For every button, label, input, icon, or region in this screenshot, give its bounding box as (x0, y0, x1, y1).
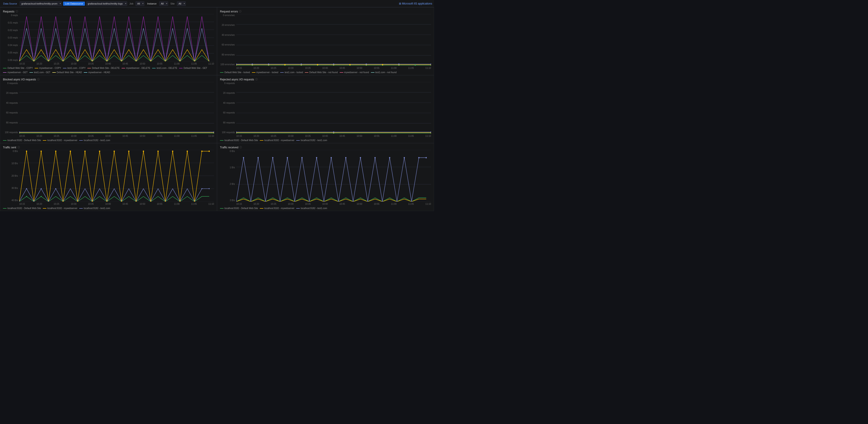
svg-point-126 (272, 157, 273, 158)
traffic-received-svg (236, 150, 431, 202)
svg-point-42 (333, 63, 334, 65)
svg-point-108 (41, 196, 42, 197)
requests-x-axis: 10:15 10:20 10:25 10:30 10:35 10:40 10:4… (19, 61, 214, 66)
svg-point-101 (187, 151, 188, 152)
traffic-sent-chart-svg-container (19, 150, 214, 202)
traffic-sent-y-axis: 40 B/s 30 B/s 20 B/s 10 B/s 0 B/s (3, 150, 19, 202)
blocked-async-svg (19, 82, 214, 134)
rejected-async-legend: localhost:9182 - Default Web Site localh… (220, 138, 431, 142)
panel-request-errors-chart: 100 errors/sec 80 errors/sec 60 errors/s… (220, 14, 431, 70)
rejected-async-y-axis: 100 requests 80 requests 60 requests 40 … (220, 82, 236, 134)
panel-blocked-async-chart: 100 requests 80 requests 60 requests 40 … (3, 82, 214, 138)
svg-point-97 (157, 151, 159, 152)
panel-rejected-async: Rejected async I/O requests ⓘ 100 reques… (217, 75, 434, 143)
svg-point-104 (209, 151, 210, 152)
svg-point-29 (284, 64, 285, 65)
rejected-async-chart-svg-container (236, 82, 431, 134)
traffic-sent-legend: localhost:9182 - Default Web Site localh… (3, 206, 214, 209)
instance-label: Instance (146, 2, 158, 6)
svg-point-87 (84, 151, 86, 152)
svg-point-116 (209, 188, 210, 189)
svg-point-140 (374, 157, 376, 158)
panel-blocked-async-header: Blocked async I/O requests ⓘ (3, 78, 214, 81)
panel-traffic-received-title: Traffic received (220, 146, 238, 149)
svg-point-130 (301, 157, 303, 158)
panel-traffic-sent-info-icon[interactable]: ⓘ (18, 146, 20, 149)
site-label: Site (169, 2, 176, 6)
svg-point-138 (360, 157, 361, 158)
panel-blocked-async-title: Blocked async I/O requests (3, 78, 36, 81)
request-errors-y-axis: 100 errors/sec 80 errors/sec 60 errors/s… (220, 14, 236, 66)
svg-point-147 (426, 157, 427, 158)
panel-requests-title: Requests (3, 10, 14, 13)
loki-select[interactable]: grafanacloud-keithschmitty-logs (86, 1, 127, 6)
svg-point-83 (55, 151, 56, 152)
top-bar: Data Source grafanacloud-keithschmitty-p… (0, 0, 434, 7)
svg-point-134 (331, 157, 332, 158)
rejected-async-svg (236, 82, 431, 134)
panel-traffic-sent-title: Traffic sent (3, 146, 16, 149)
panel-rejected-async-header: Rejected async I/O requests ⓘ (220, 78, 431, 81)
svg-point-71 (333, 131, 334, 133)
svg-point-115 (202, 188, 202, 189)
svg-point-99 (172, 151, 173, 152)
request-errors-x-axis: 10:15 10:20 10:25 10:30 10:35 10:40 10:4… (236, 66, 431, 70)
requests-y-axis: 0.06 req/s 0.05 req/s 0.04 req/s 0.03 re… (3, 14, 19, 61)
panel-traffic-received-info-icon[interactable]: ⓘ (239, 146, 242, 149)
panel-request-errors: Request errors ⓘ 100 errors/sec 80 error… (217, 7, 434, 75)
datasource-select[interactable]: grafanacloud-keithschmitty-prom (20, 1, 62, 6)
svg-point-33 (349, 64, 350, 65)
panel-traffic-sent-header: Traffic sent ⓘ (3, 146, 214, 149)
instance-select[interactable]: All (159, 1, 168, 6)
request-errors-legend: Default Web Site - locked mywebserver - … (220, 70, 431, 74)
panel-blocked-async-info-icon[interactable]: ⓘ (37, 78, 40, 81)
svg-point-93 (128, 151, 129, 152)
svg-point-112 (41, 188, 42, 189)
traffic-received-chart-svg-container (236, 150, 431, 202)
panel-request-errors-info-icon[interactable]: ⓘ (239, 10, 242, 13)
panel-traffic-received-chart: 3 B/s 2 B/s 1 B/s 0 B/s (220, 150, 431, 206)
panel-blocked-async: Blocked async I/O requests ⓘ 100 request… (0, 75, 217, 143)
traffic-received-y-axis: 3 B/s 2 B/s 1 B/s 0 B/s (220, 150, 236, 202)
loki-select-wrapper[interactable]: grafanacloud-keithschmitty-logs (86, 1, 127, 6)
job-select-wrapper[interactable]: All (135, 1, 144, 6)
requests-legend: Default Web Site - COPY mywebserver - CO… (3, 66, 214, 74)
panel-rejected-async-title: Rejected async I/O requests (220, 78, 254, 81)
panel-traffic-received-header: Traffic received ⓘ (220, 146, 431, 149)
traffic-received-legend: localhost:9182 - Default Web Site localh… (220, 206, 431, 209)
instance-select-wrapper[interactable]: All (159, 1, 168, 6)
requests-chart-svg-container (19, 14, 214, 61)
request-errors-chart-svg-container (236, 14, 431, 66)
panel-rejected-async-chart: 100 requests 80 requests 60 requests 40 … (220, 82, 431, 138)
svg-point-122 (243, 157, 244, 158)
svg-point-124 (257, 157, 259, 158)
traffic-sent-svg (19, 150, 214, 202)
blocked-async-chart-svg-container (19, 82, 214, 134)
site-select-wrapper[interactable]: All (177, 1, 186, 6)
rejected-async-x-axis: 10:15 10:20 10:25 10:30 10:35 10:40 10:4… (236, 134, 431, 138)
site-select[interactable]: All (177, 1, 186, 6)
panel-requests-chart: 0.06 req/s 0.05 req/s 0.04 req/s 0.03 re… (3, 14, 214, 66)
svg-point-128 (287, 157, 288, 158)
svg-point-40 (268, 63, 269, 65)
blocked-async-x-axis: 10:15 10:20 10:25 10:30 10:35 10:40 10:4… (19, 134, 214, 138)
panel-request-errors-title: Request errors (220, 10, 238, 13)
svg-point-95 (143, 151, 144, 152)
svg-point-43 (366, 63, 367, 65)
traffic-sent-x-axis: 10:15 10:20 10:25 10:30 10:35 10:40 10:4… (19, 202, 214, 206)
job-label: Job (128, 2, 134, 6)
blocked-async-legend: localhost:9182 - Default Web Site localh… (3, 138, 214, 142)
svg-point-144 (404, 157, 405, 158)
grid-icon: ⊞ (399, 2, 401, 5)
svg-point-85 (70, 151, 71, 152)
svg-point-91 (114, 151, 115, 152)
svg-point-79 (26, 151, 27, 152)
datasource-select-wrapper[interactable]: grafanacloud-keithschmitty-prom (20, 1, 62, 6)
panel-requests-info-icon[interactable]: ⓘ (16, 10, 18, 13)
panel-rejected-async-info-icon[interactable]: ⓘ (255, 78, 258, 81)
job-select[interactable]: All (135, 1, 144, 6)
dashboard: Requests ⓘ 0.06 req/s 0.05 req/s 0.04 re… (0, 7, 434, 212)
svg-point-44 (398, 63, 399, 65)
svg-point-31 (317, 64, 318, 65)
app-title: ⊞ Microsoft IIS applications (399, 2, 432, 5)
